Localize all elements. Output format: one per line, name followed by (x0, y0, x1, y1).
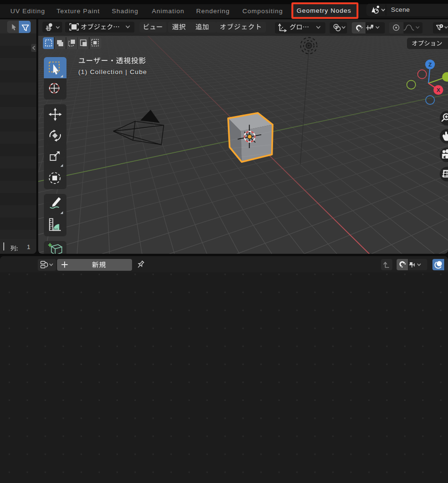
svg-text:Z: Z (428, 62, 431, 67)
svg-text:X: X (437, 87, 440, 93)
